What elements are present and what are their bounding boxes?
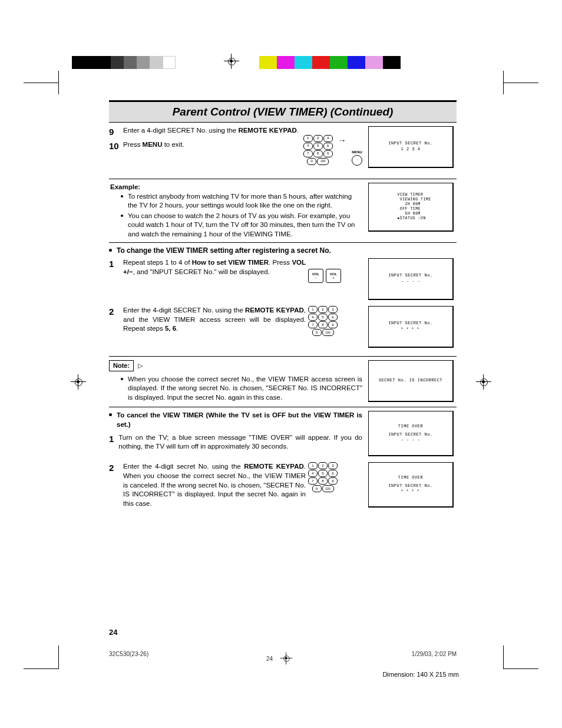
page-title: Parent Control (VIEW TIMER) (Continued): [109, 100, 457, 123]
page-content: Parent Control (VIEW TIMER) (Continued) …: [109, 100, 457, 508]
remote-keypad-icon: 123 456 789 0100: [303, 135, 333, 166]
cancel-step-2-number: 2: [109, 462, 121, 474]
menu-label: MENU: [352, 150, 362, 154]
dimension-text: Dimension: 140 X 215 mm: [382, 671, 459, 678]
tv-screen-incorrect: SECRET No. IS INCORRECT: [368, 360, 454, 402]
step-10-text: Press MENU to exit.: [123, 140, 184, 150]
example-bullet-1: To restrict anybody from watching TV for…: [128, 192, 362, 210]
color-strip: [259, 56, 401, 69]
change-step-2-text: Enter the 4-digit SECRET No. using the R…: [123, 306, 306, 334]
page-number: 24: [109, 628, 117, 637]
example-bullet-2: You can choose to watch the 2 hours of T…: [128, 212, 362, 239]
crop-mark: [24, 59, 59, 83]
cancel-heading: To cancel the VIEW TIMER (While the TV s…: [117, 411, 362, 429]
grayscale-strip: [72, 56, 176, 69]
tv-screen-view-timer: VIEW TIMER VIEWING TIME 2H 00M OFF TIME …: [368, 183, 454, 232]
crop-mark: [24, 668, 59, 669]
step-number-10: 10: [109, 140, 121, 152]
change-setting-heading: To change the VIEW TIMER setting after r…: [117, 246, 331, 255]
tv-screen-time-over-stars: TIME OVER INPUT SECRET No. ＊＊＊＊: [368, 462, 454, 508]
example-heading: Example:: [109, 183, 362, 192]
remote-keypad-icon: 123 456 789 0100: [308, 306, 338, 337]
menu-button-icon: [352, 155, 362, 166]
change-step-2-number: 2: [109, 306, 121, 318]
footer-timestamp: 1/29/03, 2:02 PM: [412, 651, 457, 666]
tv-screen-time-over-blank: TIME OVER INPUT SECRET No. - - - -: [368, 411, 454, 456]
remote-keypad-icon: 123 456 789 0100: [308, 462, 338, 493]
registration-mark-footer: [280, 653, 293, 665]
note-arrow-icon: ▷: [138, 361, 143, 370]
step-9-text: Enter a 4-digit SECRET No. using the REM…: [123, 126, 299, 136]
tv-screen-input-secret-stars: INPUT SECRET No. ＊＊＊＊: [368, 306, 454, 348]
cancel-step-1-text: Turn on the TV; a blue screen message "T…: [118, 433, 362, 452]
arrow-icon: →: [338, 135, 346, 146]
note-text: When you choose the correct secret No., …: [128, 375, 362, 403]
vol-up-icon: VOL+: [326, 269, 341, 283]
note-label: Note:: [109, 360, 134, 371]
cancel-step-2-text: Enter the 4-digit secret No. using the R…: [123, 462, 306, 508]
footer: 32C530(23-26) 24 1/29/03, 2:02 PM: [109, 651, 457, 666]
print-registration-top: [0, 56, 562, 80]
change-step-1-number: 1: [109, 258, 121, 270]
crop-mark: [503, 59, 538, 83]
tv-screen-input-secret: INPUT SECRET No. 1 2 3 4: [368, 126, 454, 168]
registration-mark-right: [476, 374, 491, 390]
step-number-9: 9: [109, 126, 121, 138]
document-page: Parent Control (VIEW TIMER) (Continued) …: [0, 0, 562, 728]
footer-docid: 32C530(23-26): [109, 651, 148, 666]
vol-down-icon: VOL−: [308, 269, 323, 283]
registration-mark-top: [224, 54, 239, 69]
change-step-1-text: Repeat steps 1 to 4 of How to set VIEW T…: [123, 258, 306, 276]
footer-page: 24: [266, 655, 273, 662]
crop-mark: [503, 668, 538, 669]
tv-screen-input-secret-blank: INPUT SECRET No. - - - -: [368, 258, 454, 300]
registration-mark-left: [71, 374, 86, 390]
cancel-step-1-number: 1: [109, 433, 116, 445]
